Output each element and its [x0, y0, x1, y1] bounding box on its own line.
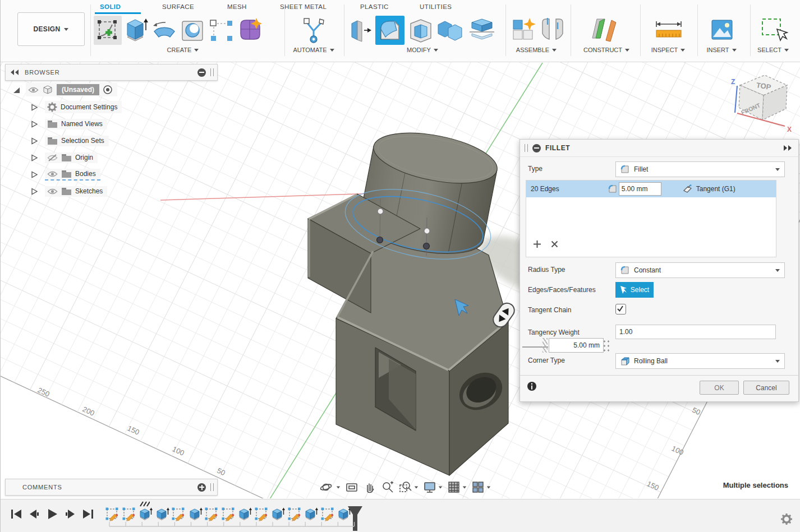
- display-settings-icon[interactable]: [422, 479, 444, 495]
- radius-value-input[interactable]: [549, 338, 604, 353]
- fillet-dialog-header[interactable]: FILLET: [520, 140, 798, 157]
- timeline-settings-gear-icon[interactable]: [780, 513, 793, 525]
- viewcube-z-label: Z: [731, 78, 735, 86]
- dropdown-arrow-icon: [775, 269, 780, 272]
- timeline-go-to-end-button[interactable]: [81, 507, 95, 521]
- hole-icon[interactable]: [180, 18, 206, 43]
- dialog-drag-handle[interactable]: [525, 144, 528, 152]
- edge-radius-input[interactable]: [619, 182, 661, 196]
- group-create[interactable]: CREATE: [158, 47, 208, 53]
- panel-drag-handle[interactable]: [210, 483, 214, 491]
- select-button[interactable]: Select: [615, 282, 654, 298]
- collapse-left-icon[interactable]: [10, 69, 19, 76]
- manipulator-drag-texture[interactable]: [542, 338, 548, 353]
- add-comment-icon[interactable]: [197, 483, 206, 492]
- cancel-button[interactable]: Cancel: [743, 381, 789, 395]
- group-select[interactable]: SELECT: [751, 47, 796, 53]
- add-edge-set-icon[interactable]: [533, 240, 541, 248]
- group-insert[interactable]: INSERT: [699, 47, 744, 53]
- tangency-weight-input[interactable]: [615, 325, 776, 339]
- group-assemble[interactable]: ASSEMBLE: [508, 47, 564, 53]
- corner-type-dropdown[interactable]: Rolling Ball: [615, 353, 785, 369]
- browser-item-selection-sets[interactable]: Selection Sets: [31, 133, 109, 148]
- expand-arrow-icon[interactable]: [31, 188, 38, 195]
- zoom-icon[interactable]: [380, 479, 396, 495]
- measure-icon[interactable]: [653, 19, 684, 41]
- fillet-handle-dot: [424, 228, 430, 234]
- expand-arrow-icon[interactable]: [31, 104, 38, 111]
- browser-item-sketches[interactable]: Sketches: [31, 184, 107, 198]
- eye-icon[interactable]: [47, 188, 58, 195]
- fillet-icon[interactable]: [375, 16, 404, 45]
- timeline-step-forward-button[interactable]: [63, 507, 77, 521]
- panel-collapse-icon[interactable]: [197, 68, 206, 77]
- timeline-step-back-button[interactable]: [27, 507, 41, 521]
- expand-arrow-icon[interactable]: [31, 121, 38, 128]
- revolve-icon[interactable]: [151, 19, 178, 41]
- dialog-dock-icon[interactable]: [783, 145, 793, 151]
- tab-surface[interactable]: SURFACE: [162, 3, 194, 10]
- browser-item-origin[interactable]: Origin: [31, 150, 98, 165]
- edge-set-row[interactable]: 20 Edges Tangent (G1): [526, 181, 776, 197]
- group-automate[interactable]: AUTOMATE: [287, 47, 341, 53]
- browser-root-row[interactable]: (Unsaved): [13, 82, 117, 97]
- expand-arrow-icon[interactable]: [13, 86, 20, 94]
- expand-arrow-icon[interactable]: [31, 171, 38, 178]
- tangent-chain-checkbox[interactable]: [615, 304, 626, 314]
- eye-icon[interactable]: [28, 86, 39, 94]
- tab-solid[interactable]: SOLID: [100, 3, 121, 10]
- browser-item-document-settings[interactable]: Document Settings: [31, 100, 122, 114]
- expand-arrow-icon[interactable]: [31, 137, 38, 145]
- construct-plane-icon[interactable]: [587, 16, 623, 44]
- viewcube-x-label: X: [787, 126, 792, 133]
- split-body-icon[interactable]: [467, 18, 496, 43]
- combine-icon[interactable]: [436, 18, 464, 43]
- timeline-playhead[interactable]: [347, 506, 363, 531]
- dialog-collapse-icon[interactable]: [532, 144, 541, 152]
- browser-item-bodies[interactable]: Bodies: [31, 167, 100, 182]
- manipulator-grip-dots[interactable]: [602, 338, 609, 353]
- select-icon[interactable]: [759, 16, 788, 44]
- create-sketch-icon[interactable]: [94, 16, 122, 45]
- timeline-go-to-start-button[interactable]: [10, 507, 23, 521]
- eye-slash-icon[interactable]: [47, 154, 58, 161]
- grid-snaps-icon[interactable]: [446, 479, 468, 495]
- viewports-icon[interactable]: [470, 479, 492, 495]
- radius-type-dropdown[interactable]: Constant: [615, 262, 785, 278]
- orbit-icon[interactable]: [318, 479, 342, 495]
- view-cube[interactable]: TOP FRONT Z X: [719, 68, 800, 138]
- design-workspace-menu[interactable]: DESIGN: [17, 12, 85, 46]
- tab-plastic[interactable]: PLASTIC: [360, 3, 389, 10]
- tab-utilities[interactable]: UTILITIES: [420, 3, 452, 10]
- rectangular-pattern-icon[interactable]: [209, 19, 234, 43]
- automate-icon[interactable]: [298, 16, 329, 44]
- tab-sheet-metal[interactable]: SHEET METAL: [280, 3, 327, 10]
- joint-icon[interactable]: [540, 17, 565, 43]
- dropdown-arrow-icon: [784, 49, 789, 52]
- panel-drag-handle[interactable]: [210, 68, 214, 76]
- remove-edge-set-icon[interactable]: [551, 240, 558, 248]
- eye-icon[interactable]: [47, 170, 58, 178]
- press-pull-icon[interactable]: [348, 18, 373, 43]
- ok-button[interactable]: OK: [700, 381, 739, 395]
- expand-arrow-icon[interactable]: [31, 154, 38, 161]
- extrude-icon[interactable]: [124, 17, 149, 44]
- shell-icon[interactable]: [408, 18, 434, 43]
- tab-mesh[interactable]: MESH: [227, 3, 247, 10]
- look-at-icon[interactable]: [344, 479, 360, 495]
- info-icon[interactable]: [527, 381, 537, 391]
- group-construct[interactable]: CONSTRUCT: [578, 47, 635, 53]
- group-inspect[interactable]: INSPECT: [643, 47, 693, 53]
- activate-radio-icon[interactable]: [103, 85, 113, 95]
- new-component-icon[interactable]: [510, 17, 538, 43]
- model-body: [308, 124, 509, 475]
- create-form-icon[interactable]: [236, 17, 263, 43]
- timeline-play-button[interactable]: [45, 507, 59, 521]
- browser-item-named-views[interactable]: Named Views: [31, 117, 107, 131]
- pan-icon[interactable]: [362, 479, 378, 495]
- folder-icon: [47, 137, 58, 145]
- window-zoom-icon[interactable]: [398, 479, 420, 495]
- type-dropdown[interactable]: Fillet: [615, 161, 785, 177]
- insert-canvas-icon[interactable]: [710, 18, 734, 41]
- group-modify[interactable]: MODIFY: [397, 47, 448, 53]
